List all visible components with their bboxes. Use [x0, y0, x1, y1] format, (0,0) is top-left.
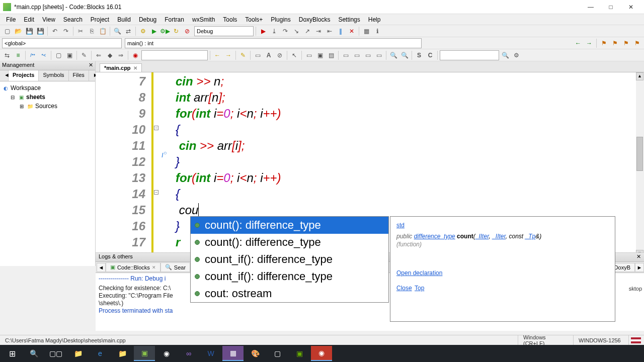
- menu-debug[interactable]: Debug: [135, 15, 160, 24]
- replace-icon[interactable]: ⇄: [123, 26, 133, 36]
- bookmark-next-icon[interactable]: ⚑: [621, 38, 631, 48]
- menu-settings[interactable]: Settings: [334, 15, 364, 24]
- menu-view[interactable]: View: [38, 15, 59, 24]
- menu-toolsplus[interactable]: Tools+: [241, 15, 267, 24]
- taskview-icon[interactable]: ▢▢: [45, 346, 66, 361]
- build-run-icon[interactable]: ⚙▶: [160, 26, 170, 36]
- project-tree[interactable]: ◐ Workspace ⊟ ▣ sheets ⊞ 📁 Sources: [0, 81, 95, 266]
- close-link[interactable]: Close: [396, 285, 412, 292]
- search-combo[interactable]: [440, 50, 499, 60]
- autocomplete-item-count-2[interactable]: count(): difference_type: [191, 234, 388, 251]
- tab-symbols[interactable]: Symbols: [39, 70, 68, 81]
- bookmark-clear-icon[interactable]: ⚑: [632, 38, 642, 48]
- doxy2-icon[interactable]: ▣: [64, 50, 74, 60]
- maximize-button[interactable]: □: [601, 2, 621, 12]
- logs-scroll-right[interactable]: ►: [635, 263, 644, 272]
- uncomment-icon[interactable]: *<: [39, 50, 49, 60]
- stop-debug-icon[interactable]: ✕: [347, 26, 357, 36]
- paste-icon[interactable]: 📋: [98, 26, 108, 36]
- build-target-combo[interactable]: Debug: [194, 26, 254, 36]
- menu-wxsmith[interactable]: wxSmith: [188, 15, 219, 24]
- search-taskbar-icon[interactable]: 🔍: [23, 346, 44, 361]
- s-icon[interactable]: S: [414, 50, 424, 60]
- record-icon[interactable]: ◉: [130, 50, 140, 60]
- jump-mark-icon[interactable]: ◆: [105, 50, 115, 60]
- save-all-icon[interactable]: 💾: [35, 26, 45, 36]
- expand-icon[interactable]: ⊟: [9, 94, 16, 101]
- close-logs-icon[interactable]: ✕: [636, 253, 641, 261]
- toggle-source-icon[interactable]: ⇆: [2, 50, 12, 60]
- expand-icon[interactable]: ⊞: [18, 103, 25, 110]
- comment-icon[interactable]: /**: [28, 50, 38, 60]
- file-explorer-icon[interactable]: 📁: [67, 346, 89, 361]
- menu-tools[interactable]: Tools: [219, 15, 241, 24]
- step-instr-icon[interactable]: ⇤: [325, 26, 335, 36]
- break-icon[interactable]: ‖: [336, 26, 346, 36]
- wand-icon[interactable]: ✎: [79, 50, 89, 60]
- clear-icon[interactable]: ⊘: [275, 50, 285, 60]
- debug-continue-icon[interactable]: ▶: [258, 26, 268, 36]
- info-icon[interactable]: ℹ: [372, 26, 382, 36]
- menu-edit[interactable]: Edit: [20, 15, 38, 24]
- file-tab-main-cpp[interactable]: *main.cpp ✕: [100, 63, 142, 72]
- menu-plugins[interactable]: Plugins: [267, 15, 294, 24]
- paint-icon[interactable]: 🎨: [245, 346, 266, 361]
- cursor-icon[interactable]: ↖: [289, 50, 299, 60]
- vertical-scrollbar[interactable]: ▲ ▼: [636, 72, 644, 258]
- log-tab-codeblocks[interactable]: ▣Code::Blocks✕: [106, 262, 160, 272]
- autocomplete-item-count-if[interactable]: count_if(): difference_type: [191, 251, 388, 268]
- break3-icon[interactable]: ▤: [326, 50, 336, 60]
- autocomplete-popup[interactable]: count(): difference_type count(): differ…: [190, 216, 389, 303]
- copy-icon[interactable]: ⎘: [87, 26, 97, 36]
- close-tab-icon[interactable]: ✕: [133, 65, 137, 71]
- menu-project[interactable]: Project: [87, 15, 113, 24]
- recorder-icon[interactable]: ◉: [311, 346, 332, 361]
- tabs-scroll-left[interactable]: ◄: [0, 70, 9, 81]
- tab-projects[interactable]: Projects: [9, 70, 39, 81]
- nav-fwd-icon[interactable]: →: [584, 38, 594, 48]
- step-into-icon[interactable]: ↘: [291, 26, 301, 36]
- tree-workspace[interactable]: ◐ Workspace: [2, 83, 93, 93]
- doxy1-icon[interactable]: ▢: [53, 50, 63, 60]
- c-icon[interactable]: C: [425, 50, 435, 60]
- rebuild-icon[interactable]: ↻: [171, 26, 181, 36]
- jump-back-icon[interactable]: ⇐: [94, 50, 104, 60]
- instr3-icon[interactable]: ▭: [363, 50, 373, 60]
- menu-help[interactable]: Help: [364, 15, 385, 24]
- left-arrow-icon[interactable]: ←: [212, 50, 222, 60]
- close-button[interactable]: ✕: [621, 2, 641, 12]
- new-file-icon[interactable]: ▢: [2, 26, 12, 36]
- scope-combo[interactable]: <global>: [2, 38, 122, 48]
- goto-combo[interactable]: [141, 50, 208, 60]
- debugging-windows-icon[interactable]: ▦: [361, 26, 371, 36]
- search-opts-icon[interactable]: ⚙: [511, 50, 521, 60]
- instr4-icon[interactable]: ▭: [374, 50, 384, 60]
- jump-fwd-icon[interactable]: ⇒: [116, 50, 126, 60]
- search-go-icon[interactable]: 🔍: [500, 50, 510, 60]
- step-out-icon[interactable]: ↗: [302, 26, 312, 36]
- start-button[interactable]: ⊞: [2, 346, 22, 361]
- tree-sources-folder[interactable]: ⊞ 📁 Sources: [2, 102, 93, 111]
- nav-back-icon[interactable]: ←: [573, 38, 583, 48]
- instr1-icon[interactable]: ▭: [341, 50, 351, 60]
- menu-file[interactable]: File: [2, 15, 20, 24]
- misc1-icon[interactable]: ▦: [222, 346, 244, 361]
- save-icon[interactable]: 💾: [24, 26, 34, 36]
- find-icon[interactable]: 🔍: [112, 26, 122, 36]
- run-to-cursor-icon[interactable]: ⤓: [269, 26, 279, 36]
- run-icon[interactable]: ▶: [149, 26, 159, 36]
- camtasia-icon[interactable]: ▣: [289, 346, 310, 361]
- undo-icon[interactable]: ↶: [50, 26, 60, 36]
- top-link[interactable]: Top: [415, 285, 424, 292]
- log-tab-search[interactable]: 🔍Sear: [160, 262, 190, 272]
- zoom-out-icon[interactable]: 🔍: [399, 50, 410, 60]
- tab-files[interactable]: Files: [69, 70, 89, 81]
- abort-icon[interactable]: ⊘: [182, 26, 192, 36]
- tree-project-sheets[interactable]: ⊟ ▣ sheets: [2, 93, 93, 102]
- scroll-thumb[interactable]: [636, 137, 643, 171]
- redo-icon[interactable]: ↷: [61, 26, 71, 36]
- break2-icon[interactable]: ▣: [315, 50, 325, 60]
- bookmark-toggle-icon[interactable]: ⚑: [599, 38, 609, 48]
- logs-scroll-left[interactable]: ◄: [97, 263, 106, 272]
- vs-icon[interactable]: ∞: [178, 346, 199, 361]
